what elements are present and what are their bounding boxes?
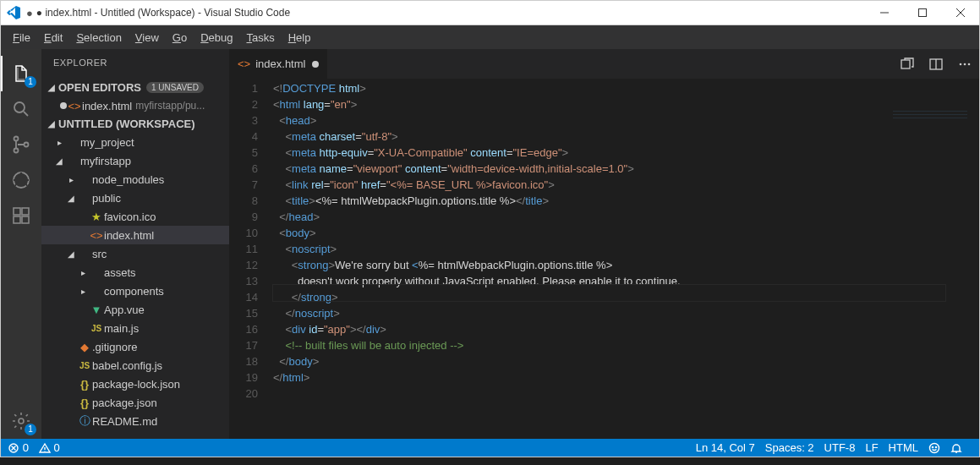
compare-changes-icon[interactable] (893, 49, 922, 79)
svg-point-15 (968, 63, 971, 65)
tree-item[interactable]: ▸components (41, 282, 229, 300)
open-editors-header[interactable]: ◢OPEN EDITORS1 UNSAVED (41, 79, 229, 96)
chevron-down-icon: ◢ (47, 83, 57, 92)
code-line[interactable]: <html lang="en"> (273, 96, 979, 112)
settings-gear-icon[interactable]: 1 (1, 403, 41, 439)
tree-item[interactable]: <>index.html (41, 226, 229, 244)
code-line[interactable] (273, 386, 979, 402)
tree-item-label: components (104, 285, 164, 298)
status-errors[interactable]: 0 (8, 441, 29, 454)
menu-bar: FileEditSelectionViewGoDebugTasksHelp (0, 25, 980, 49)
tree-item-label: favicon.ico (104, 211, 156, 223)
status-indentation[interactable]: Spaces: 2 (765, 441, 814, 454)
menu-file[interactable]: File (6, 28, 37, 47)
explorer-sidebar: EXPLORER ◢OPEN EDITORS1 UNSAVED <> index… (41, 49, 229, 439)
code-line[interactable]: <div id="app"></div> (273, 321, 979, 337)
tree-item[interactable]: ⓘREADME.md (41, 412, 229, 430)
code-line[interactable]: <meta charset="utf-8"> (273, 129, 979, 145)
code-line[interactable]: <link rel="icon" href="<%= BASE_URL %>fa… (273, 177, 979, 193)
explorer-icon[interactable]: 1 (1, 56, 41, 91)
chevron-right-icon: ▸ (77, 287, 89, 296)
workspace-header[interactable]: ◢UNTITLED (WORKSPACE) (41, 115, 229, 133)
line-number: 15 (229, 305, 258, 321)
js-file-icon: JS (77, 361, 92, 370)
tree-item-label: .gitignore (92, 341, 137, 353)
tree-item[interactable]: ▼App.vue (41, 300, 229, 319)
menu-selection[interactable]: Selection (69, 28, 128, 47)
line-number: 19 (229, 369, 258, 386)
status-eol[interactable]: LF (865, 441, 878, 454)
close-button[interactable] (941, 1, 979, 25)
code-area[interactable]: <!DOCTYPE html><html lang="en"> <head> <… (273, 79, 979, 439)
search-icon[interactable] (1, 91, 41, 127)
tree-item[interactable]: ▸assets (41, 263, 229, 282)
status-warnings[interactable]: 0 (39, 441, 60, 454)
svg-point-2 (14, 137, 19, 141)
html-file-icon: <> (67, 100, 82, 112)
minimap[interactable] (893, 109, 967, 185)
editor-body[interactable]: 1234567891011121314151617181920 <!DOCTYP… (229, 79, 979, 439)
tree-item[interactable]: ◢myfirstapp (41, 151, 229, 170)
favicon-icon: ★ (89, 211, 104, 223)
tree-item[interactable]: ◆.gitignore (41, 337, 229, 356)
workspace-label: UNTITLED (WORKSPACE) (58, 118, 195, 130)
tree-item[interactable]: ◢public (41, 189, 229, 207)
code-line[interactable]: <title><%= htmlWebpackPlugin.options.tit… (273, 193, 979, 209)
minimize-button[interactable] (865, 1, 903, 25)
menu-tasks[interactable]: Tasks (239, 28, 281, 47)
tree-item[interactable]: ▸my_project (41, 133, 229, 151)
status-encoding[interactable]: UTF-8 (824, 441, 856, 454)
menu-help[interactable]: Help (282, 28, 318, 47)
menu-edit[interactable]: Edit (37, 28, 69, 47)
code-line[interactable]: <meta http-equiv="X-UA-Compatible" conte… (273, 145, 979, 161)
chevron-down-icon: ◢ (65, 249, 77, 259)
maximize-button[interactable] (903, 1, 941, 25)
tab-index-html[interactable]: <> index.html (229, 49, 328, 79)
tree-item[interactable]: ▸node_modules (41, 170, 229, 189)
code-line[interactable]: <noscript> (273, 241, 979, 257)
menu-view[interactable]: View (129, 28, 166, 47)
tree-item-label: App.vue (104, 304, 145, 316)
svg-point-18 (932, 446, 933, 447)
code-line[interactable]: <!-- built files will be auto injected -… (273, 337, 979, 353)
activity-bar: 1 1 (1, 49, 41, 439)
more-actions-icon[interactable] (950, 49, 979, 79)
line-number: 5 (229, 145, 258, 161)
extensions-icon[interactable] (1, 198, 41, 233)
code-line[interactable]: </html> (273, 369, 979, 386)
tree-item[interactable]: {}package.json (41, 393, 229, 412)
code-line[interactable]: <head> (273, 112, 979, 129)
tree-item-label: package-lock.json (92, 378, 180, 391)
line-number: 13 (229, 273, 258, 289)
svg-point-19 (935, 446, 936, 447)
chevron-down-icon: ◢ (47, 119, 57, 129)
debug-icon[interactable] (1, 162, 41, 198)
menu-go[interactable]: Go (166, 28, 194, 47)
code-line[interactable]: </noscript> (273, 305, 979, 321)
status-language[interactable]: HTML (889, 441, 918, 454)
code-line[interactable]: <!DOCTYPE html> (273, 80, 979, 96)
code-line[interactable]: </head> (273, 209, 979, 225)
code-line[interactable]: </body> (273, 353, 979, 369)
feedback-icon[interactable] (928, 442, 940, 454)
status-cursor-position[interactable]: Ln 14, Col 7 (696, 441, 755, 454)
tree-item[interactable]: JSbabel.config.js (41, 356, 229, 375)
source-control-icon[interactable] (1, 127, 41, 162)
open-editor-item[interactable]: <> index.html myfirstapp/pu... (41, 96, 229, 115)
file-tree: ▸my_project◢myfirstapp▸node_modules◢publ… (41, 133, 229, 430)
line-gutter: 1234567891011121314151617181920 (229, 79, 273, 439)
tree-item[interactable]: {}package-lock.json (41, 375, 229, 393)
menu-debug[interactable]: Debug (194, 28, 239, 47)
svg-rect-6 (14, 208, 20, 215)
code-line[interactable]: <body> (273, 225, 979, 241)
svg-point-4 (25, 143, 29, 147)
code-line[interactable]: <strong>We're sorry but <%= htmlWebpackP… (273, 257, 979, 273)
tree-item-label: main.js (104, 322, 139, 335)
notifications-icon[interactable] (950, 442, 962, 454)
json-file-icon: {} (77, 378, 92, 391)
tree-item[interactable]: ◢src (41, 244, 229, 263)
tree-item[interactable]: ★favicon.ico (41, 207, 229, 226)
code-line[interactable]: <meta name="viewport" content="width=dev… (273, 161, 979, 177)
split-editor-icon[interactable] (922, 49, 950, 79)
tree-item[interactable]: JSmain.js (41, 319, 229, 337)
